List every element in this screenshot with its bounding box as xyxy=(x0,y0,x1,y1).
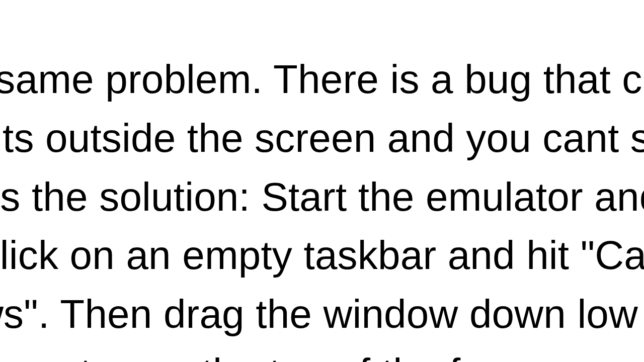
body-paragraph: I had same problem. There is a bug that … xyxy=(0,50,644,362)
page-viewport: I had same problem. There is a bug that … xyxy=(0,0,644,362)
